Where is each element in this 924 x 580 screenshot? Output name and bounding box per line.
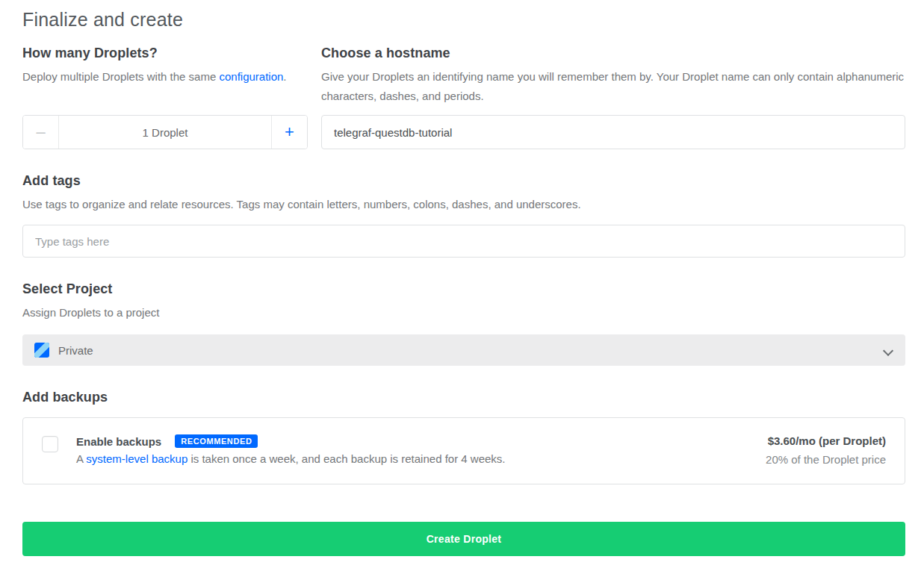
tags-input[interactable]	[22, 225, 905, 258]
droplet-count-description-period: .	[283, 70, 286, 83]
tags-section: Add tags Use tags to organize and relate…	[22, 173, 905, 258]
backups-info: Enable backups RECOMMENDED A system-leve…	[76, 434, 751, 465]
finalize-and-create-page: Finalize and create How many Droplets? D…	[0, 0, 924, 556]
backups-price-note: 20% of the Droplet price	[766, 453, 886, 466]
backups-description-prefix: A	[76, 452, 86, 465]
project-heading: Select Project	[22, 281, 905, 297]
increment-droplets-button[interactable]: +	[271, 116, 307, 149]
page-title: Finalize and create	[22, 9, 905, 31]
droplet-quantity-stepper: – 1 Droplet +	[22, 115, 308, 149]
create-droplet-button[interactable]: Create Droplet	[22, 522, 905, 556]
droplet-count-heading: How many Droplets?	[22, 46, 308, 61]
selected-project-name: Private	[58, 344, 93, 357]
backups-description: A system-level backup is taken once a we…	[76, 452, 751, 465]
system-level-backup-link[interactable]: system-level backup	[86, 452, 187, 465]
backups-section: Add backups Enable backups RECOMMENDED A…	[22, 390, 905, 484]
droplet-count-description: Deploy multiple Droplets with the same c…	[22, 67, 308, 106]
hostname-heading: Choose a hostname	[321, 46, 905, 61]
droplet-count-description-text: Deploy multiple Droplets with the same	[22, 70, 219, 83]
project-select-dropdown[interactable]: Private	[22, 334, 905, 366]
enable-backups-checkbox[interactable]	[42, 436, 58, 452]
project-description: Assign Droplets to a project	[22, 303, 905, 322]
project-icon	[34, 343, 49, 358]
backups-price: $3.60/mo (per Droplet)	[766, 434, 886, 447]
hostname-section: Choose a hostname Give your Droplets an …	[321, 46, 905, 149]
chevron-down-icon	[884, 346, 893, 355]
tags-description: Use tags to organize and relate resource…	[22, 195, 905, 214]
tags-heading: Add tags	[22, 173, 905, 189]
backups-card: Enable backups RECOMMENDED A system-leve…	[22, 417, 905, 484]
project-section: Select Project Assign Droplets to a proj…	[22, 281, 905, 366]
decrement-droplets-button[interactable]: –	[23, 116, 59, 149]
droplet-count-value: 1 Droplet	[59, 116, 271, 149]
backups-description-suffix: is taken once a week, and each backup is…	[187, 452, 505, 465]
backups-pricing: $3.60/mo (per Droplet) 20% of the Drople…	[766, 434, 886, 466]
top-section: How many Droplets? Deploy multiple Dropl…	[22, 46, 905, 149]
backups-heading: Add backups	[22, 390, 905, 405]
recommended-badge: RECOMMENDED	[175, 434, 258, 448]
hostname-input[interactable]	[321, 115, 905, 149]
droplet-count-section: How many Droplets? Deploy multiple Dropl…	[22, 46, 308, 149]
hostname-description: Give your Droplets an identifying name y…	[321, 67, 905, 106]
configuration-link[interactable]: configuration	[219, 70, 283, 83]
enable-backups-label[interactable]: Enable backups	[76, 435, 161, 448]
